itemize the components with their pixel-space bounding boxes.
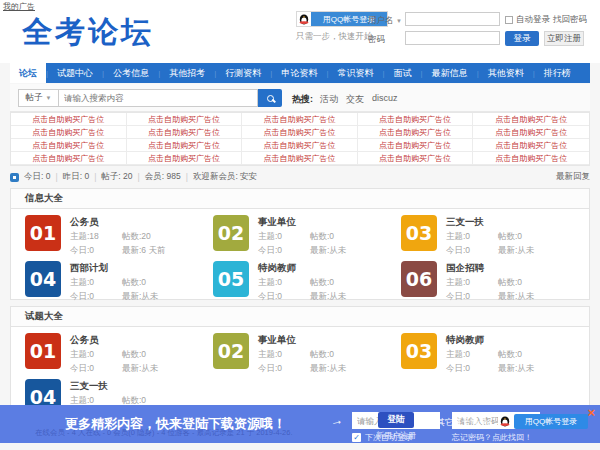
other-account-label: 用其它账号登录: bbox=[428, 417, 490, 429]
forum-latest: 最新:从未 bbox=[310, 291, 346, 303]
forum-block[interactable]: 04西部计划主题:0帖数:0今日:0最新:从未 bbox=[25, 261, 213, 301]
ad-slot[interactable]: 点击自助购买广告位 bbox=[242, 113, 358, 126]
nav-item-8[interactable]: 最新信息 bbox=[423, 63, 477, 83]
search-input[interactable] bbox=[58, 89, 258, 107]
auto-login-checkbox-checked[interactable]: ✓ bbox=[352, 433, 361, 442]
ad-slot[interactable]: 点击自助购买广告位 bbox=[242, 152, 358, 165]
forum-block[interactable]: 01公务员主题:18帖数:20今日:0最新:6 天前 bbox=[25, 215, 213, 255]
ad-slot[interactable]: 点击自助购买广告位 bbox=[127, 126, 243, 139]
forum-title[interactable]: 三支一扶 bbox=[446, 216, 534, 229]
forum-title[interactable]: 三支一扶 bbox=[70, 380, 158, 393]
ad-slot[interactable]: 点击自助购买广告位 bbox=[127, 139, 243, 152]
forum-stats-bar: 今日: 0|昨日: 0|帖子: 20|会员: 985|欢迎新会员: 安安最新回复 bbox=[10, 169, 590, 185]
forum-topics: 主题:0 bbox=[258, 277, 310, 289]
ad-slot[interactable]: 点击自助购买广告位 bbox=[358, 139, 474, 152]
forum-stats-line: 今日:0最新:从未 bbox=[70, 291, 158, 303]
forum-today: 今日:0 bbox=[258, 291, 310, 303]
forum-stats-line: 主题:0帖数:0 bbox=[446, 349, 534, 361]
stat-separator: | bbox=[94, 172, 96, 182]
nav-item-6[interactable]: 常识资料 bbox=[328, 63, 382, 83]
ad-slot[interactable]: 点击自助购买广告位 bbox=[242, 126, 358, 139]
forum-latest: 最新:从未 bbox=[122, 291, 158, 303]
forum-today: 今日:0 bbox=[70, 363, 122, 375]
forum-block[interactable]: 02事业单位主题:0帖数:0今日:0最新:从未 bbox=[213, 215, 401, 255]
search-button[interactable] bbox=[258, 89, 282, 107]
find-password-link[interactable]: 找回密码 bbox=[553, 14, 587, 26]
ad-slot[interactable]: 点击自助购买广告位 bbox=[358, 126, 474, 139]
forum-block[interactable]: 05特岗教师主题:0帖数:0今日:0最新:从未 bbox=[213, 261, 401, 301]
nav-item-2[interactable]: 公考信息 bbox=[104, 63, 158, 83]
search-type-select[interactable]: 帖子▼ bbox=[18, 89, 58, 107]
ad-slot[interactable]: 点击自助购买广告位 bbox=[11, 139, 127, 152]
forum-title[interactable]: 国企招聘 bbox=[446, 262, 534, 275]
hot-link-1[interactable]: 交友 bbox=[346, 93, 364, 106]
forum-title[interactable]: 事业单位 bbox=[258, 216, 346, 229]
forum-number-badge: 01 bbox=[25, 333, 61, 369]
forum-title[interactable]: 西部计划 bbox=[70, 262, 158, 275]
forum-title[interactable]: 特岗教师 bbox=[446, 334, 534, 347]
forum-posts: 帖数:0 bbox=[310, 277, 334, 289]
ad-slot[interactable]: 点击自助购买广告位 bbox=[473, 113, 589, 126]
chevron-down-icon: ▼ bbox=[46, 95, 52, 101]
forum-title[interactable]: 特岗教师 bbox=[258, 262, 346, 275]
forum-block[interactable]: 02事业单位主题:0帖数:0今日:0最新:从未 bbox=[213, 333, 401, 373]
ad-slot[interactable]: 点击自助购买广告位 bbox=[11, 113, 127, 126]
latest-replies-link[interactable]: 最新回复 bbox=[556, 171, 590, 183]
nav-item-7[interactable]: 面试 bbox=[385, 63, 421, 83]
forum-stats-line: 今日:0最新:6 天前 bbox=[70, 245, 165, 257]
forum-info: 西部计划主题:0帖数:0今日:0最新:从未 bbox=[70, 261, 158, 301]
nav-item-0[interactable]: 论坛 bbox=[10, 63, 46, 83]
nav-item-5[interactable]: 申论资料 bbox=[272, 63, 326, 83]
site-logo: 全考论坛 bbox=[22, 12, 154, 53]
password-label: 密码 bbox=[368, 34, 385, 46]
close-icon[interactable]: × bbox=[587, 405, 595, 420]
ad-slot[interactable]: 点击自助购买广告位 bbox=[473, 126, 589, 139]
forum-number-badge: 05 bbox=[213, 261, 249, 297]
forum-title[interactable]: 公务员 bbox=[70, 334, 158, 347]
ad-slot[interactable]: 点击自助购买广告位 bbox=[358, 113, 474, 126]
section-title[interactable]: 信息大全 bbox=[11, 189, 589, 209]
forum-block[interactable]: 03特岗教师主题:0帖数:0今日:0最新:从未 bbox=[401, 333, 589, 373]
ad-slot[interactable]: 点击自助购买广告位 bbox=[473, 139, 589, 152]
section-title[interactable]: 试题大全 bbox=[11, 307, 589, 327]
register-button[interactable]: 立即注册 bbox=[544, 31, 584, 46]
nav-item-10[interactable]: 排行榜 bbox=[535, 63, 580, 83]
forum-today: 今日:0 bbox=[258, 245, 310, 257]
ad-slot[interactable]: 点击自助购买广告位 bbox=[127, 113, 243, 126]
forum-stats-line: 主题:0帖数:0 bbox=[70, 277, 158, 289]
forum-latest: 最新:从未 bbox=[310, 363, 346, 375]
username-label: 用户名 ▼ bbox=[368, 15, 402, 27]
ad-slot[interactable]: 点击自助购买广告位 bbox=[242, 139, 358, 152]
chevron-down-icon[interactable]: ▼ bbox=[396, 18, 402, 24]
login-button[interactable]: 登录 bbox=[505, 31, 539, 46]
my-ad-link[interactable]: 我的广告 bbox=[3, 1, 35, 12]
auto-login-checkbox[interactable] bbox=[505, 16, 513, 24]
forum-block[interactable]: 01公务员主题:0帖数:0今日:0最新:从未 bbox=[25, 333, 213, 373]
nav-item-9[interactable]: 其他资料 bbox=[479, 63, 533, 83]
stat-separator: | bbox=[186, 172, 188, 182]
forum-title[interactable]: 事业单位 bbox=[258, 334, 346, 347]
nav-item-4[interactable]: 行测资料 bbox=[216, 63, 270, 83]
ad-slot[interactable]: 点击自助购买广告位 bbox=[11, 126, 127, 139]
ad-slot[interactable]: 点击自助购买广告位 bbox=[473, 152, 589, 165]
forum-block[interactable]: 06国企招聘主题:0帖数:0今日:0最新:从未 bbox=[401, 261, 589, 301]
password-input[interactable] bbox=[405, 31, 500, 45]
ad-slot[interactable]: 点击自助购买广告位 bbox=[358, 152, 474, 165]
forum-stats-line: 主题:0帖数:0 bbox=[258, 277, 346, 289]
bar-qq-login-button[interactable]: 用QQ帐号登录 bbox=[514, 414, 588, 429]
ad-slot[interactable]: 点击自助购买广告位 bbox=[11, 152, 127, 165]
nav-item-1[interactable]: 试题中心 bbox=[48, 63, 102, 83]
forum-block[interactable]: 03三支一扶主题:0帖数:0今日:0最新:从未 bbox=[401, 215, 589, 255]
forum-stats-line: 今日:0最新:从未 bbox=[258, 291, 346, 303]
nav-item-3[interactable]: 其他招考 bbox=[160, 63, 214, 83]
forum-title[interactable]: 公务员 bbox=[70, 216, 165, 229]
bar-login-button[interactable]: 登陆 bbox=[378, 412, 414, 428]
ad-slot[interactable]: 点击自助购买广告位 bbox=[127, 152, 243, 165]
hot-link-2[interactable]: discuz bbox=[372, 93, 398, 106]
forum-posts: 帖数:0 bbox=[498, 231, 522, 243]
forgot-password-link[interactable]: 忘记密码？点此找回！ bbox=[452, 432, 532, 443]
hot-link-0[interactable]: 活动 bbox=[320, 93, 338, 106]
stat-separator: | bbox=[55, 172, 57, 182]
username-input[interactable] bbox=[405, 12, 500, 26]
arrow-right-icon: → bbox=[329, 412, 345, 429]
